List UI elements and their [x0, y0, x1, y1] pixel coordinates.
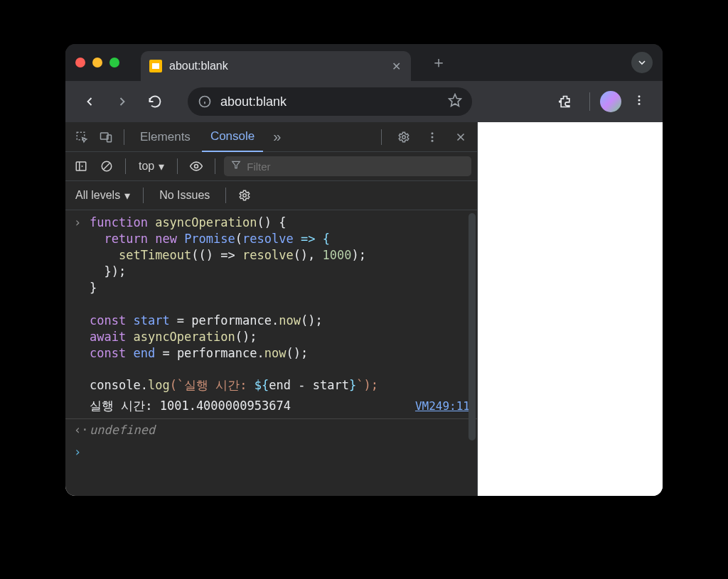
output-chevron-icon: ‹· [74, 422, 84, 438]
profile-avatar[interactable] [600, 91, 621, 112]
console-log-row: 실행 시간: 1001.4000000953674 VM249:11 [65, 395, 477, 419]
input-chevron-icon: › [74, 215, 84, 231]
tab-elements[interactable]: Elements [132, 122, 199, 152]
chevron-down-icon: ▾ [159, 160, 164, 173]
console-body[interactable]: › function asyncOperation() { return new… [65, 210, 477, 496]
filter-icon [231, 160, 241, 173]
window-controls [75, 58, 119, 67]
issues-button[interactable]: No Issues [152, 189, 217, 202]
console-return-row: ‹· undefined [65, 419, 477, 441]
browser-menu-button[interactable] [626, 90, 653, 114]
prompt-chevron-icon: › [74, 444, 84, 460]
live-expression-icon[interactable] [186, 156, 206, 176]
new-tab-button[interactable]: ＋ [431, 52, 446, 73]
svg-point-11 [432, 132, 434, 134]
chevron-down-icon: ▾ [124, 189, 130, 202]
reload-button[interactable] [141, 87, 169, 116]
log-message: 실행 시간: 1001.4000000953674 [90, 398, 291, 414]
return-value: undefined [90, 422, 155, 438]
svg-point-13 [432, 139, 434, 141]
address-text: about:blank [220, 94, 439, 109]
device-toolbar-icon[interactable] [95, 126, 117, 148]
titlebar: about:blank ✕ ＋ [65, 44, 663, 81]
tabs-dropdown-button[interactable] [631, 52, 653, 73]
address-bar[interactable]: about:blank [188, 87, 472, 116]
tab-favicon-icon [149, 60, 162, 72]
more-tabs-button[interactable]: » [266, 129, 288, 145]
back-button[interactable] [75, 87, 104, 116]
browser-window: about:blank ✕ ＋ about:blank [65, 44, 663, 496]
devtools-menu-icon[interactable] [422, 126, 443, 148]
svg-point-4 [638, 95, 641, 97]
log-source-link[interactable]: VM249:11 [415, 399, 470, 414]
svg-point-12 [432, 136, 434, 138]
svg-marker-21 [232, 161, 240, 168]
devtools-tabstrip: Elements Console » [65, 122, 477, 152]
clear-console-icon[interactable] [97, 156, 117, 176]
toolbar-separator [589, 92, 590, 111]
execution-context-label: top [139, 160, 154, 173]
scrollbar[interactable] [469, 213, 476, 440]
tab-console[interactable]: Console [202, 122, 263, 152]
svg-point-22 [243, 194, 247, 197]
filter-box[interactable] [224, 156, 471, 176]
console-toolbar-2: All levels ▾ No Issues [65, 181, 477, 210]
svg-rect-7 [77, 132, 85, 140]
maximize-window-button[interactable] [109, 58, 119, 67]
bookmark-star-icon[interactable] [448, 93, 462, 111]
tab-title: about:blank [169, 60, 385, 72]
minimize-window-button[interactable] [92, 58, 102, 67]
blank-page[interactable] [478, 122, 663, 496]
console-input-code: function asyncOperation() { return new P… [90, 215, 471, 394]
console-settings-icon[interactable] [235, 185, 255, 205]
console-toolbar: top ▾ [65, 152, 477, 181]
browser-toolbar: about:blank [65, 81, 663, 122]
svg-point-10 [402, 135, 406, 139]
forward-button[interactable] [108, 87, 136, 116]
execution-context-selector[interactable]: top ▾ [134, 160, 168, 173]
devtools-settings-icon[interactable] [393, 126, 414, 148]
devtools-close-icon[interactable] [450, 126, 471, 148]
filter-input[interactable] [247, 161, 464, 173]
log-levels-label: All levels [75, 189, 120, 202]
svg-marker-3 [449, 94, 461, 106]
browser-tab[interactable]: about:blank ✕ [141, 51, 411, 81]
svg-point-5 [638, 99, 641, 102]
svg-rect-16 [76, 162, 86, 171]
console-input-row: › function asyncOperation() { return new… [65, 213, 477, 395]
devtools-panel: Elements Console » [65, 122, 478, 496]
toggle-sidebar-icon[interactable] [71, 156, 91, 176]
inspect-element-icon[interactable] [71, 126, 92, 148]
extensions-button[interactable] [551, 87, 579, 116]
svg-point-20 [195, 165, 198, 168]
tab-close-button[interactable]: ✕ [392, 60, 401, 73]
log-levels-selector[interactable]: All levels ▾ [71, 189, 134, 202]
svg-line-19 [104, 163, 110, 170]
content-area: Elements Console » [65, 122, 663, 496]
console-prompt-row[interactable]: › [65, 441, 477, 463]
site-info-icon[interactable] [198, 94, 212, 109]
close-window-button[interactable] [75, 58, 85, 67]
svg-point-6 [638, 103, 641, 105]
